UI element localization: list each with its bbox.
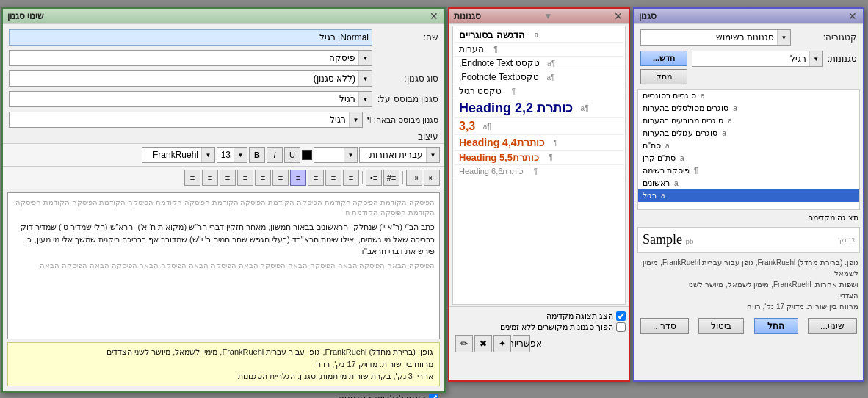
align-right-btn[interactable]: ≡	[308, 170, 324, 186]
align-justify2-btn[interactable]: ≡	[272, 170, 289, 186]
styles-header-item[interactable]: a הדגשה בסוגריים	[455, 28, 623, 43]
unlinked-label: הפוך סגנונות מקושרים ללא זמינים	[500, 322, 613, 332]
direction-value: עברית ואחרות	[360, 150, 426, 160]
sample-preview-box: 13 נק' Sample pb	[637, 227, 860, 253]
paragraph-row: ▼ פיסקה	[3, 48, 444, 68]
delete-style-btn[interactable]: מחק	[640, 69, 687, 84]
style-item-heading2[interactable]: ¶a כותרת Heading 2,2	[455, 98, 623, 118]
preview-label: הצג תצוגה מקדימה	[546, 311, 613, 321]
style-item-heading4[interactable]: ¶ כותרתHeading 4,4	[455, 135, 623, 151]
edit-style-icon-btn[interactable]: ✏	[455, 335, 473, 352]
formatting-toolbar: ▼ עברית ואחרות ▼ U I B ▼ 13 ▼ FrankRuehl	[3, 143, 444, 167]
indent-btn[interactable]: ⇤	[424, 170, 440, 186]
category-row: קטגוריה: ▼ סגנונות בשימוש	[634, 27, 863, 48]
style-type-select[interactable]: ▼ (ללא סגנון)	[9, 70, 372, 87]
style-item-heading5[interactable]: ¶ כותרתHeading 5,5	[455, 151, 623, 165]
style-item-heading6[interactable]: ¶ כותרתHeading 6,6	[455, 165, 623, 178]
bottom-section: הוסף לגלריית הסגנונות רק במסמך זה מסמכים…	[3, 389, 444, 399]
style-item-endnote[interactable]: ¶a טקסט Endnote Text,	[455, 57, 623, 70]
delete-style-icon-btn[interactable]: ✖	[474, 335, 492, 352]
right-style-brackets[interactable]: a סוגריים בסוגריים	[638, 90, 859, 102]
style-cancel-btn[interactable]: ביטול	[698, 318, 744, 334]
style-item-footnote-label: טקסטFootnote Text,	[459, 72, 539, 82]
styles-gallery-dropdown-icon[interactable]: ▼	[544, 11, 553, 21]
apply-btn[interactable]: החל	[754, 318, 798, 334]
style-window-buttons: שינוי... החל ביטול סדר...	[634, 314, 863, 339]
font-info-2: ושפות אחרות: FrankRuehl, מימין לשמאל, מי…	[639, 279, 858, 290]
preview-checkbox[interactable]	[616, 311, 626, 321]
styles-main-value: רגיל	[692, 54, 809, 64]
add-to-gallery-label: הוסף לגלריית הסגנונות	[339, 394, 426, 399]
italic-btn[interactable]: I	[267, 147, 283, 163]
align-left-btn[interactable]: ≡	[343, 170, 359, 186]
styles-gallery-titlebar: ✕ ▼ סגנונות	[449, 9, 629, 24]
align-justify-btn[interactable]: ≡	[290, 170, 306, 186]
styles-list-label: סגנונות:	[828, 54, 857, 64]
name-label: שם:	[372, 32, 438, 43]
style-change-title: שינוי סגנון	[7, 11, 44, 21]
style-change-close-btn[interactable]: ✕	[428, 11, 440, 21]
category-value: סגנונות בשימוש	[641, 32, 777, 43]
sample-size-label: 13 נק'	[838, 236, 855, 244]
next-para-select[interactable]: ▼ רגיל	[9, 112, 363, 128]
align-justify6-btn[interactable]: ≡	[202, 170, 218, 186]
right-style-square[interactable]: a סוגרים מרובעים בהערות	[638, 115, 859, 127]
next-para-label: סגנון מבוסס הבאה: ¶	[363, 115, 438, 125]
align-justify7-btn[interactable]: ≡	[184, 170, 200, 186]
add-to-gallery-row: הוסף לגלריית הסגנונות	[9, 394, 438, 399]
name-row: שם:	[3, 27, 444, 48]
style-item-normal-text[interactable]: ¶ טקסט רגיל	[455, 84, 623, 98]
based-on-arrow[interactable]: ▼	[358, 92, 372, 106]
right-style-curly[interactable]: a סוגרים מסולסלים בהערות	[638, 102, 859, 115]
align-justify5-btn[interactable]: ≡	[220, 170, 236, 186]
styles-gallery-close-btn[interactable]: ✕	[612, 11, 624, 21]
underline-btn[interactable]: U	[284, 147, 300, 163]
unlinked-checkbox[interactable]	[616, 322, 626, 332]
align-center-btn[interactable]: ≡	[325, 170, 341, 186]
name-input[interactable]	[9, 29, 372, 46]
category-select[interactable]: ▼ סגנונות בשימוש	[640, 29, 791, 46]
new-style-btn[interactable]: חדש...	[640, 51, 687, 66]
right-style-round[interactable]: a סוגרים עגולים בהערות	[638, 127, 859, 140]
styles-gallery-title: סגנונות	[454, 11, 481, 21]
right-style-list-para[interactable]: ¶ פיסקת רשימה	[638, 164, 859, 177]
category-arrow[interactable]: ▼	[777, 30, 790, 45]
direction-arrow[interactable]: ▼	[426, 148, 439, 162]
style-close-btn[interactable]: ✕	[847, 11, 858, 21]
font-family-value: FrankRuehl	[142, 150, 201, 160]
rtl-extra-select[interactable]: ▼	[314, 147, 358, 163]
add-to-gallery-checkbox[interactable]	[429, 394, 438, 398]
bullets-btn[interactable]: ≡•	[366, 170, 382, 186]
style-item-footnote[interactable]: ¶a טקסטFootnote Text,	[455, 70, 623, 84]
based-on-select[interactable]: ▼ רגיל	[9, 91, 372, 107]
style-item-notes[interactable]: ¶ הערות	[455, 43, 623, 57]
unlinked-checkbox-row: הפוך סגנונות מקושרים ללא זמינים	[452, 322, 626, 332]
align-justify4-btn[interactable]: ≡	[237, 170, 253, 186]
font-family-select[interactable]: ▼ FrankRuehl	[142, 147, 215, 163]
next-para-arrow[interactable]: ▼	[349, 112, 362, 127]
bold-btn[interactable]: B	[249, 147, 265, 163]
styles-main-select[interactable]: ▼ רגיל	[692, 51, 822, 67]
direction-select[interactable]: ▼ עברית ואחרות	[359, 147, 440, 163]
style-item-heading5-label: כותרתHeading 5,5	[459, 152, 539, 163]
style-item-heading3-label: 3,3	[459, 120, 475, 133]
style-item-heading3[interactable]: ¶a 3,3	[455, 118, 623, 135]
options-btn[interactable]: אפשריות...	[513, 335, 530, 352]
new-style-icon-btn[interactable]: ✦	[493, 335, 511, 352]
right-style-satam[interactable]: a סת"ם	[638, 140, 859, 152]
style-window: ✕ סגנון קטגוריה: ▼ סגנונות בשימוש סגנונו…	[633, 7, 864, 382]
organize-btn[interactable]: סדר...	[640, 318, 689, 334]
modify-btn[interactable]: שינוי...	[808, 318, 857, 334]
right-style-normal[interactable]: a רגיל	[638, 189, 859, 202]
paragraph-select[interactable]: ▼ פיסקה	[9, 50, 372, 66]
align-justify3-btn[interactable]: ≡	[255, 170, 271, 186]
sample-text: Sample pb	[643, 232, 694, 247]
numbering-btn[interactable]: ≡#	[383, 170, 399, 186]
right-style-rishonim[interactable]: a ראשונים	[638, 177, 859, 189]
right-style-satam-keren[interactable]: a סת"ם קרן	[638, 152, 859, 164]
paragraph-arrow[interactable]: ▼	[358, 51, 372, 65]
font-size-select[interactable]: ▼ 13	[217, 147, 247, 163]
outdent-btn[interactable]: ⇥	[406, 170, 422, 186]
formatting-section-label: עיצוב	[3, 130, 444, 143]
style-type-arrow[interactable]: ▼	[358, 71, 372, 86]
